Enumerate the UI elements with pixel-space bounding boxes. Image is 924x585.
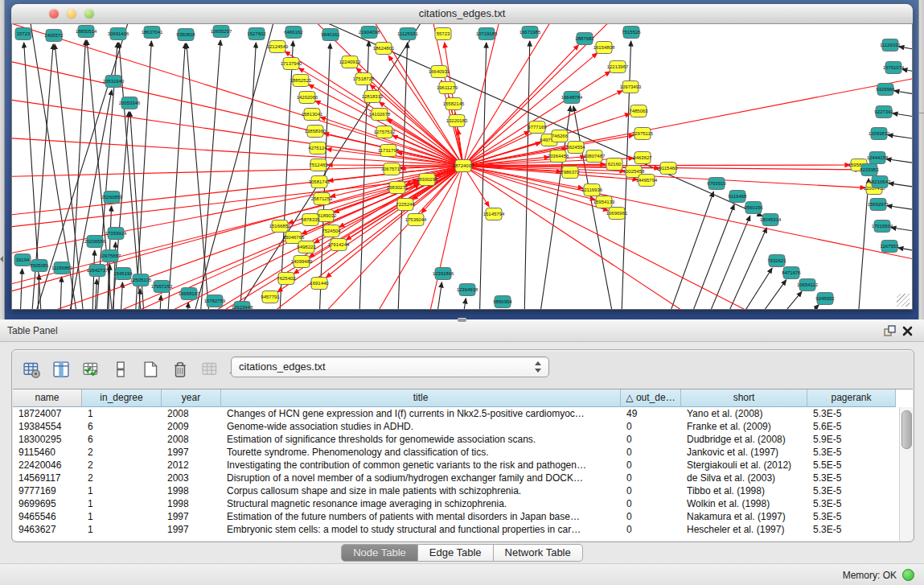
network-node[interactable]: 12240913 — [339, 56, 361, 68]
right-splitter[interactable] — [918, 0, 924, 319]
network-node[interactable]: 1691440 — [310, 278, 329, 290]
table-scrollbar-thumb[interactable] — [901, 410, 912, 449]
network-node[interactable]: 15166857 — [269, 220, 291, 233]
network-node[interactable]: 18624801 — [373, 43, 395, 55]
network-node[interactable]: 20364456 — [548, 150, 569, 163]
network-node[interactable]: 11129331 — [880, 39, 901, 51]
horizontal-splitter-grip[interactable] — [458, 318, 466, 322]
network-node[interactable]: 9227342 — [874, 106, 893, 118]
table-row[interactable]: 969969511998Structural magnetic resonanc… — [13, 497, 900, 510]
network-node[interactable]: 17914244 — [328, 239, 350, 251]
network-node[interactable]: 16671985 — [519, 27, 541, 39]
network-node[interactable]: 30675717 — [381, 163, 403, 175]
network-node[interactable]: 10654112 — [797, 279, 819, 291]
network-node[interactable]: 10973493 — [620, 81, 642, 93]
network-node[interactable]: 19958167 — [179, 288, 200, 300]
network-node[interactable]: 8471676 — [782, 267, 801, 279]
network-node[interactable]: 55723 — [435, 28, 451, 40]
table-row[interactable]: 1938455462009Genome-wide association stu… — [13, 420, 900, 433]
network-node[interactable]: 11156869 — [51, 262, 72, 274]
splitter-collapse-icon[interactable] — [0, 256, 3, 262]
window-resize-grip[interactable] — [897, 294, 910, 307]
network-node[interactable]: 9329966 — [876, 84, 895, 96]
network-node[interactable]: 30581741 — [309, 176, 331, 188]
network-window-titlebar[interactable]: citations_edges.txt — [11, 4, 913, 24]
network-node[interactable]: 16782759 — [204, 295, 226, 307]
network-node[interactable]: 20053346 — [119, 97, 141, 109]
network-node[interactable]: 9640161 — [321, 29, 340, 41]
network-node[interactable]: 15954139 — [593, 196, 615, 208]
network-node[interactable]: 2405572 — [44, 30, 64, 42]
network-node[interactable]: 17957253 — [151, 281, 173, 293]
network-node[interactable]: 18637041 — [142, 27, 163, 39]
network-node[interactable]: 2887682 — [575, 33, 594, 45]
network-node[interactable]: 10719185 — [476, 28, 498, 40]
left-splitter[interactable] — [0, 0, 5, 319]
network-node[interactable]: 9115460 — [659, 163, 679, 175]
network-node[interactable]: 20206556 — [84, 236, 106, 248]
network-node[interactable]: 12757512 — [374, 126, 396, 138]
table-selector[interactable]: citations_edges.txt — [231, 356, 549, 377]
network-node[interactable]: 1167553 — [881, 241, 900, 253]
import-table-button[interactable] — [199, 358, 221, 381]
network-node[interactable]: 9463627 — [633, 152, 652, 164]
network-node[interactable]: 17518728 — [353, 73, 375, 85]
network-node[interactable]: 18850514 — [76, 26, 97, 38]
network-node[interactable]: 15751074 — [883, 62, 905, 74]
network-node[interactable]: 9777169 — [528, 122, 547, 134]
float-panel-icon[interactable] — [883, 324, 897, 338]
network-node[interactable]: 9856954 — [493, 296, 512, 308]
select-all-rows-button[interactable] — [80, 358, 102, 381]
network-node[interactable]: 14495794 — [636, 175, 658, 187]
column-header-title[interactable]: title — [221, 389, 621, 407]
network-node[interactable]: 17016504 — [872, 220, 893, 233]
network-node[interactable]: 8505081 — [30, 260, 49, 272]
network-node[interactable]: 20531940 — [103, 76, 125, 88]
toggle-rows-button[interactable] — [109, 358, 132, 381]
network-node[interactable]: 7986372 — [561, 167, 580, 179]
tab-network-table[interactable]: Network Table — [494, 544, 583, 562]
network-node[interactable]: 18300295 — [417, 174, 438, 186]
table-row[interactable]: 1830029562008Estimation of significance … — [13, 433, 900, 446]
network-node[interactable]: 12923448 — [232, 302, 253, 310]
network-node[interactable]: 18724007 — [453, 160, 474, 172]
network-node[interactable]: 11125931 — [397, 28, 418, 40]
network-node[interactable]: 3624554 — [566, 142, 585, 154]
network-node[interactable]: 10655257 — [211, 26, 232, 38]
network-node[interactable]: 21904098 — [359, 27, 380, 39]
network-node[interactable]: 6466162 — [284, 27, 303, 39]
network-node[interactable]: 17536044 — [405, 214, 427, 226]
network-node[interactable]: 12942737 — [87, 265, 109, 277]
network-node[interactable]: 15830271 — [387, 182, 409, 194]
network-node[interactable]: 25260859 — [101, 192, 123, 204]
network-node[interactable]: 12116936 — [581, 184, 603, 196]
network-node[interactable]: 9457791 — [261, 291, 280, 303]
network-node[interactable]: 11731797 — [378, 145, 400, 157]
network-node[interactable]: 9498222 — [297, 241, 316, 253]
tab-node-table[interactable]: Node Table — [341, 544, 418, 562]
network-node[interactable]: 16648784 — [561, 92, 583, 104]
network-node[interactable]: 746266 — [552, 130, 569, 142]
network-node[interactable]: 7515526 — [622, 27, 641, 39]
network-node[interactable]: 4275124 — [308, 142, 327, 154]
network-node[interactable]: 12444158 — [867, 152, 889, 164]
network-node[interactable]: 15582145 — [443, 98, 465, 110]
table-row[interactable]: 1872400712008Changes of HCN gene express… — [13, 407, 900, 420]
network-node[interactable]: 12093832 — [869, 128, 890, 140]
network-node[interactable]: 10807487 — [584, 150, 606, 163]
table-scrollbar[interactable] — [899, 407, 913, 541]
network-node[interactable]: 10975887 — [100, 250, 121, 262]
table-row[interactable]: 977716911998Corpus callosum shape and si… — [13, 484, 900, 497]
network-node[interactable]: 7524504 — [322, 225, 341, 237]
network-node[interactable]: 12975115 — [632, 128, 654, 140]
network-node[interactable]: 9350818 — [176, 29, 195, 41]
network-node[interactable]: 12505135 — [130, 274, 152, 286]
network-node[interactable]: 9560156 — [744, 202, 763, 214]
network-node[interactable]: 7632621 — [767, 255, 786, 267]
network-node[interactable]: 7512465 — [309, 159, 328, 171]
tab-edge-table[interactable]: Edge Table — [418, 544, 494, 562]
network-node[interactable]: 17137940 — [281, 58, 302, 70]
network-node[interactable]: 16154808 — [593, 42, 615, 54]
network-node[interactable]: 25871253 — [311, 193, 333, 205]
column-header-pagerank[interactable]: pagerank — [807, 389, 896, 407]
